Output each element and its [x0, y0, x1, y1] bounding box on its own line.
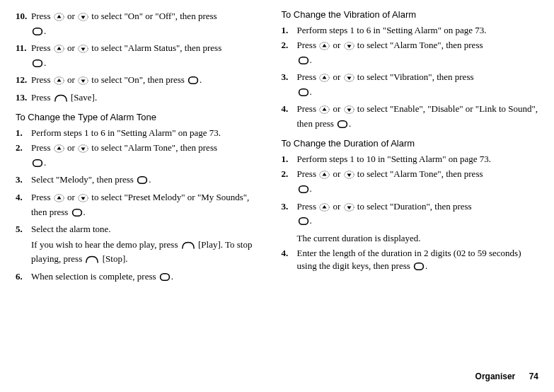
- center-key-icon: [32, 158, 43, 171]
- step-body: Perform steps 1 to 10 in "Setting Alarm"…: [297, 153, 539, 166]
- vib-step-3: 3. Press or to select "Vibration", then …: [282, 71, 539, 100]
- text: to select "On", then press: [89, 74, 187, 85]
- step-body: Press or to select "Alarm Status", then …: [31, 42, 267, 71]
- text: .: [310, 215, 312, 226]
- text: or: [330, 40, 342, 50]
- down-icon: [78, 12, 88, 25]
- text: .: [83, 207, 86, 217]
- step-13: 13. Press [Save].: [16, 91, 267, 106]
- up-icon: [319, 105, 330, 117]
- type-step-6: 6. When selection is complete, press .: [16, 270, 267, 285]
- text: .: [149, 174, 151, 185]
- step-body: Press or to select "On" or "Off", then p…: [31, 10, 267, 39]
- text: Press: [31, 42, 53, 53]
- softkey-icon: [54, 93, 68, 106]
- text: Press: [297, 201, 319, 212]
- text: .: [310, 183, 312, 194]
- step-number: 3.: [282, 71, 297, 100]
- down-icon: [344, 73, 354, 86]
- down-icon: [344, 41, 354, 54]
- text: .: [171, 271, 173, 282]
- text: .: [349, 118, 351, 129]
- text: to select "Alarm Tone", then press: [89, 142, 217, 153]
- step-body: Select the alarm tone.: [31, 223, 267, 236]
- up-icon: [54, 144, 64, 156]
- text: Press: [297, 71, 319, 82]
- text: or: [330, 103, 342, 114]
- text: [Stop].: [100, 253, 127, 264]
- text: Select "Melody", then press: [31, 174, 136, 185]
- text: Press: [31, 142, 53, 153]
- step-body: Perform steps 1 to 6 in "Setting Alarm" …: [31, 127, 267, 139]
- text: or: [330, 168, 342, 179]
- softkey-icon: [85, 255, 99, 267]
- text: Press: [31, 92, 53, 103]
- text: .: [44, 157, 46, 168]
- center-key-icon: [32, 59, 43, 71]
- step-body: Press or to select "Alarm Tone", then pr…: [297, 168, 539, 197]
- type-step-5: 5. Select the alarm tone.: [16, 223, 267, 236]
- step-body: Press or to select "On", then press .: [31, 74, 267, 88]
- center-key-icon: [413, 262, 425, 275]
- down-icon: [344, 170, 354, 183]
- type-step-5-note: If you wish to hear the demo play, press…: [31, 238, 267, 267]
- step-number: 10.: [16, 10, 31, 39]
- vib-step-1: 1. Perform steps 1 to 6 in "Setting Alar…: [282, 24, 539, 37]
- text: to select "Duration", then press: [355, 201, 472, 212]
- step-body: Press or to select "Alarm Tone", then pr…: [297, 39, 539, 68]
- down-icon: [78, 44, 88, 57]
- up-icon: [54, 44, 64, 57]
- text: Press: [297, 40, 319, 50]
- text: to select "Alarm Status", then press: [89, 42, 221, 53]
- vib-step-4: 4. Press or to select "Enable", "Disable…: [282, 103, 539, 132]
- text: .: [44, 25, 46, 36]
- dur-step-2: 2. Press or to select "Alarm Tone", then…: [282, 168, 539, 197]
- step-number: 3.: [282, 200, 297, 229]
- up-icon: [54, 193, 64, 206]
- text: or: [65, 11, 77, 21]
- down-icon: [78, 193, 88, 206]
- up-icon: [319, 41, 330, 54]
- step-body: Press or to select "Alarm Tone", then pr…: [31, 142, 267, 171]
- type-step-2: 2. Press or to select "Alarm Tone", then…: [16, 142, 267, 171]
- step-number: 2.: [282, 39, 297, 68]
- type-step-1: 1. Perform steps 1 to 6 in "Setting Alar…: [16, 127, 267, 139]
- step-10: 10. Press or to select "On" or "Off", th…: [16, 10, 267, 39]
- page-footer: Organiser 74: [475, 371, 538, 382]
- dur-step-4: 4. Enter the length of the duration in 2…: [282, 247, 539, 274]
- vib-step-2: 2. Press or to select "Alarm Tone", then…: [282, 39, 539, 68]
- text: Press: [31, 192, 53, 202]
- text: or: [65, 74, 77, 85]
- heading-change-duration: To Change the Duration of Alarm: [282, 137, 539, 150]
- step-body: Press or to select "Duration", then pres…: [297, 200, 539, 229]
- center-key-icon: [298, 56, 309, 69]
- text: to select "Alarm Tone", then press: [355, 168, 483, 179]
- step-body: Press or to select "Vibration", then pre…: [297, 71, 539, 100]
- step-number: 4.: [282, 103, 297, 132]
- left-column: 10. Press or to select "On" or "Off", th…: [16, 8, 277, 287]
- type-step-3: 3. Select "Melody", then press .: [16, 173, 267, 188]
- footer-page-number: 74: [529, 371, 538, 381]
- up-icon: [54, 76, 64, 88]
- up-icon: [319, 73, 330, 86]
- step-number: 13.: [16, 91, 31, 106]
- text: Press: [297, 103, 319, 114]
- text: to select "On" or "Off", then press: [89, 11, 217, 21]
- text: or: [65, 142, 77, 153]
- step-number: 12.: [16, 74, 31, 88]
- softkey-icon: [181, 241, 195, 253]
- dur-step-3-note: The current duration is displayed.: [297, 232, 539, 245]
- text: or: [330, 201, 342, 212]
- down-icon: [78, 76, 88, 88]
- text: to select "Alarm Tone", then press: [355, 40, 483, 50]
- step-body: When selection is complete, press .: [31, 270, 267, 285]
- text: .: [200, 74, 202, 85]
- dur-step-3: 3. Press or to select "Duration", then p…: [282, 200, 539, 229]
- center-key-icon: [159, 272, 171, 285]
- step-number: 1.: [282, 24, 297, 37]
- text: .: [310, 86, 312, 97]
- step-body: Press [Save].: [31, 91, 267, 106]
- type-step-4: 4. Press or to select "Preset Melody" or…: [16, 191, 267, 220]
- step-body: Perform steps 1 to 6 in "Setting Alarm" …: [297, 24, 539, 37]
- step-number: 2.: [282, 168, 297, 197]
